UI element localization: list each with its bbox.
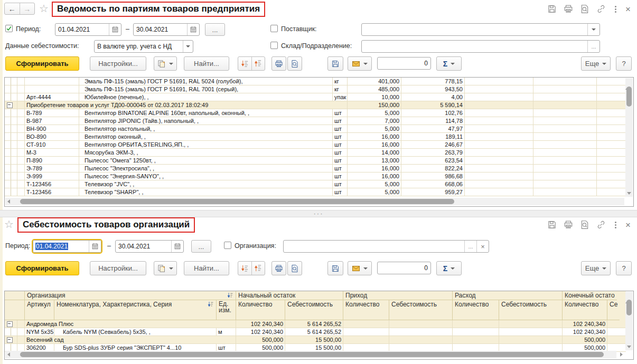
organization-checkbox[interactable] xyxy=(224,242,231,249)
period-checkbox[interactable] xyxy=(5,25,13,32)
save-icon[interactable] xyxy=(547,4,557,14)
scroll-left-arrow[interactable] xyxy=(7,352,10,357)
period-range-button[interactable]: ... xyxy=(205,23,225,36)
collapse-group-toggle[interactable] xyxy=(7,321,13,327)
header-organization[interactable]: Организация xyxy=(25,291,236,300)
calendar-button[interactable] xyxy=(187,24,199,35)
scroll-left-arrow[interactable] xyxy=(7,199,10,204)
table-row[interactable]: Э-789 Пылесос "Электросила", , шт 16,000… xyxy=(5,165,626,173)
table-row[interactable]: ВН-900 Вентилятор настольный, , шт 5,000… xyxy=(5,125,626,133)
favorite-star-icon[interactable]: ☆ xyxy=(4,219,14,229)
help-button[interactable]: ? xyxy=(616,261,632,275)
table-row[interactable]: NYM 5x35 Кабель NYM (Севкабель) 5x35, , … xyxy=(5,328,626,336)
scrollbar-thumb[interactable] xyxy=(626,87,632,107)
table-row[interactable]: В-789 Вентилятор BINATONE ALPINE 160вт, … xyxy=(5,109,626,117)
report-variants-button[interactable] xyxy=(154,261,177,275)
collapse-rows-button[interactable] xyxy=(238,262,251,275)
organization-clear-button[interactable]: × xyxy=(476,241,489,252)
table-row[interactable]: М-3 Мясорубка ЭКМ-3, , шт 14,000 263,79 xyxy=(5,149,626,157)
settings-button[interactable]: Настройки... xyxy=(90,261,146,275)
table-row[interactable]: В-987 Вентилятор JIPONIC (Тайв.), наполь… xyxy=(5,117,626,125)
scroll-down-arrow[interactable] xyxy=(627,346,631,348)
header-nomenclature[interactable]: Номенклатура, Характеристика, Серия xyxy=(54,300,217,320)
more-menu-icon[interactable] xyxy=(615,8,616,10)
table-row[interactable]: ВО-890 Вентилятор оконный, , шт 16,000 1… xyxy=(5,133,626,141)
scroll-down-arrow[interactable] xyxy=(627,192,631,195)
expand-rows-button[interactable] xyxy=(251,57,265,70)
close-icon[interactable]: × xyxy=(625,5,631,14)
favorite-star-icon[interactable]: ☆ xyxy=(39,3,49,14)
warehouse-lookup-button[interactable]: ... xyxy=(587,41,599,52)
find-button[interactable]: Найти... xyxy=(184,261,229,275)
supplier-dropdown-button[interactable] xyxy=(587,24,599,35)
supplier-checkbox[interactable] xyxy=(270,25,278,32)
table-row[interactable]: Т-123456 Телевизор "SHARP", , шт 5,000 9… xyxy=(5,188,626,196)
period-to-input[interactable] xyxy=(134,24,187,35)
calendar-button[interactable] xyxy=(171,241,183,252)
sort-descending-icon[interactable] xyxy=(207,301,214,308)
sum-button[interactable]: Σ xyxy=(436,56,462,71)
back-button[interactable]: ← xyxy=(5,3,20,14)
collapse-group-toggle[interactable] xyxy=(7,337,13,343)
print-button[interactable] xyxy=(271,56,286,71)
scrollbar-thumb[interactable] xyxy=(626,300,632,315)
calendar-button[interactable] xyxy=(109,24,121,35)
send-mail-button[interactable] xyxy=(348,261,372,275)
table-row[interactable]: Приобретение товаров и услуг ТД00-000045… xyxy=(5,101,626,109)
print-icon[interactable] xyxy=(564,220,573,229)
save-icon[interactable] xyxy=(547,220,557,229)
close-icon[interactable]: × xyxy=(625,221,631,229)
period-range-button[interactable]: ... xyxy=(191,240,211,253)
more-menu-icon[interactable] xyxy=(615,224,616,226)
scrollbar-thumb[interactable] xyxy=(20,352,604,357)
collapse-group-toggle[interactable] xyxy=(7,102,13,108)
table-row[interactable]: Т-123456 Телевизор "JVC", , шт 5,000 668… xyxy=(5,180,626,188)
organization-lookup-button[interactable]: ... xyxy=(464,241,476,252)
print-preview-icon[interactable] xyxy=(580,220,589,229)
counter-input[interactable] xyxy=(378,262,430,274)
supplier-input[interactable] xyxy=(362,24,587,35)
preview-button[interactable] xyxy=(287,261,302,275)
period-from-input[interactable] xyxy=(55,24,109,35)
find-button[interactable]: Найти... xyxy=(184,56,229,71)
get-link-icon[interactable] xyxy=(596,220,606,229)
counter-input[interactable] xyxy=(378,58,430,69)
calendar-button[interactable] xyxy=(89,241,101,252)
bottom-horizontal-scrollbar[interactable] xyxy=(5,351,616,358)
top-vertical-scrollbar[interactable] xyxy=(625,78,633,197)
table-row[interactable]: Эмаль ПФ-115 (эмаль) ГОСТ Р 51691, RAL 7… xyxy=(5,85,626,93)
collapse-rows-button[interactable] xyxy=(238,57,251,70)
window-splitter[interactable]: ··· xyxy=(0,210,637,217)
more-button[interactable]: Еще xyxy=(581,56,611,71)
print-button[interactable] xyxy=(271,261,286,275)
top-horizontal-scrollbar[interactable] xyxy=(5,198,624,205)
save-result-button[interactable] xyxy=(327,261,343,275)
cost-data-input[interactable] xyxy=(95,41,183,52)
print-preview-icon[interactable] xyxy=(580,4,589,14)
table-row[interactable]: СТ-910 Вентилятор ОРБИТА,STERLING,ЯП., ,… xyxy=(5,141,626,149)
warehouse-input[interactable] xyxy=(362,41,587,52)
table-row[interactable]: Эмаль ПФ-115 (эмаль) ГОСТ Р 51691, RAL 5… xyxy=(5,78,626,85)
settings-button[interactable]: Настройки... xyxy=(90,56,146,71)
scrollbar-thumb[interactable] xyxy=(20,199,454,204)
report-variants-button[interactable] xyxy=(154,56,177,71)
get-link-icon[interactable] xyxy=(596,4,606,14)
expand-rows-button[interactable] xyxy=(251,262,265,275)
warehouse-checkbox[interactable] xyxy=(270,42,278,49)
preview-button[interactable] xyxy=(287,56,302,71)
generate-button[interactable]: Сформировать xyxy=(5,261,79,275)
sort-descending-icon[interactable] xyxy=(227,292,233,299)
table-row[interactable]: Весенний сад 500,000 15 500,00 500,000 xyxy=(5,336,626,344)
organization-input[interactable] xyxy=(284,241,464,252)
generate-button[interactable]: Сформировать xyxy=(5,56,79,71)
save-result-button[interactable] xyxy=(327,56,343,71)
print-icon[interactable] xyxy=(564,4,573,14)
help-button[interactable]: ? xyxy=(616,56,632,71)
sum-button[interactable]: Σ xyxy=(436,261,462,275)
more-button[interactable]: Еще xyxy=(581,261,611,275)
table-row[interactable]: Э-999 Пылесос "Энергия-SANYO", , шт 16,0… xyxy=(5,173,626,180)
period-from-value[interactable]: 01.04.2021 xyxy=(33,241,89,252)
cost-data-dropdown-button[interactable] xyxy=(183,41,193,52)
table-row[interactable]: П-890 Пылесос "Омега" 1250вт, , шт 13,00… xyxy=(5,157,626,165)
period-to-input[interactable] xyxy=(116,241,171,252)
